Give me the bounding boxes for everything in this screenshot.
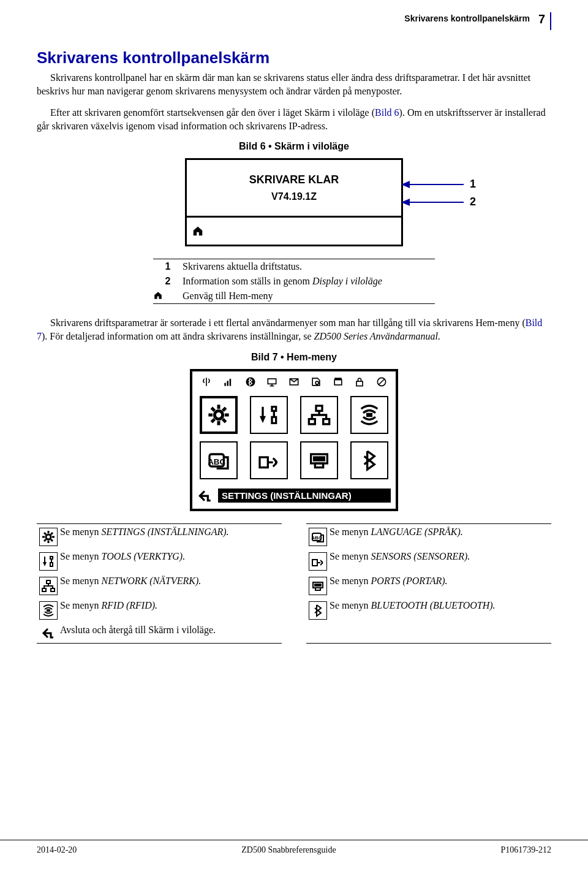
callout-arrow-2: 2 <box>401 196 476 208</box>
ports-icon <box>306 576 330 595</box>
footer-docid: P1061739-212 <box>501 845 551 855</box>
network-icon <box>37 576 60 595</box>
figure-6-legend: 1 Skrivarens aktuella driftstatus. 2 Inf… <box>153 259 435 304</box>
page-footer: 2014-02-20 ZD500 Snabbreferensguide P106… <box>0 840 588 855</box>
lcd-home-menu: SETTINGS (INSTÄLLNINGAR) <box>190 369 398 511</box>
home-menu-selection-label: SETTINGS (INSTÄLLNINGAR) <box>218 489 391 503</box>
paragraph-3: Skrivarens driftsparametrar är sorterade… <box>37 316 551 343</box>
menu-ports-icon[interactable] <box>300 441 338 479</box>
footer-date: 2014-02-20 <box>37 845 77 855</box>
figure-7: SETTINGS (INSTÄLLNINGAR) <box>37 369 551 511</box>
legend-val-2: Information som ställs in genom Display … <box>183 276 435 287</box>
prohibited-icon <box>375 375 388 389</box>
lcd-version-line: V74.19.1Z <box>271 191 317 202</box>
menu-settings-icon[interactable] <box>200 396 238 434</box>
back-icon[interactable] <box>197 488 213 504</box>
legend-key-2: 2 <box>153 276 183 287</box>
status-icon-row <box>197 375 391 391</box>
tag-icon <box>331 375 345 389</box>
data-receive-icon <box>287 375 301 389</box>
menu-bluetooth-icon[interactable] <box>350 441 388 479</box>
bluetooth-status-icon <box>244 375 257 389</box>
back-icon <box>37 625 60 641</box>
menu-column-right: Se menyn LANGUAGE (SPRÅK). Se menyn SENS… <box>306 523 551 644</box>
settings-icon <box>37 527 60 546</box>
bluetooth-icon <box>306 600 330 620</box>
link-bild-6[interactable]: Bild 6 <box>375 107 399 118</box>
callout-number-2: 2 <box>470 196 476 208</box>
rfid-icon <box>37 600 60 620</box>
tools-icon <box>37 551 60 571</box>
figure-7-caption: Bild 7 • Hem-meny <box>37 352 551 363</box>
home-menu-grid <box>197 391 391 484</box>
legend-val-home: Genväg till Hem-meny <box>183 291 435 302</box>
menu-network-icon[interactable] <box>300 396 338 434</box>
legend-key-1: 1 <box>153 261 183 272</box>
footer-title: ZD500 Snabbreferensguide <box>241 845 336 855</box>
intro-paragraph-1: Skrivarens kontrollpanel har en skärm dä… <box>37 71 551 97</box>
home-icon <box>153 291 163 300</box>
page-number: 7 <box>538 12 545 26</box>
legend-key-home <box>153 291 183 302</box>
figure-6-caption: Bild 6 • Skärm i viloläge <box>37 141 551 152</box>
signal-bars-icon <box>222 375 235 389</box>
intro-paragraph-2: Efter att skrivaren genomfört startsekve… <box>37 106 551 132</box>
lcd-status-line: SKRIVARE KLAR <box>249 173 339 186</box>
callout-number-1: 1 <box>470 178 476 191</box>
menu-column-left: Se menyn SETTINGS (INSTÄLLNINGAR). Se me… <box>37 523 282 644</box>
legend-val-1: Skrivarens aktuella driftstatus. <box>183 261 435 272</box>
antenna-icon <box>200 375 213 389</box>
section-title: Skrivarens kontrollpanelskärm <box>37 48 551 67</box>
home-icon <box>192 225 204 237</box>
menu-sensors-icon[interactable] <box>250 441 288 479</box>
running-header: Skrivarens kontrollpanelskärm 7 <box>37 12 551 30</box>
menu-tools-icon[interactable] <box>250 396 288 434</box>
lock-icon <box>353 375 366 389</box>
figure-6: SKRIVARE KLAR V74.19.1Z 1 2 <box>37 158 551 246</box>
ethernet-status-icon <box>265 375 279 389</box>
menu-language-icon[interactable] <box>200 441 238 479</box>
menu-rfid-icon[interactable] <box>350 396 388 434</box>
menu-reference-columns: Se menyn SETTINGS (INSTÄLLNINGAR). Se me… <box>37 523 551 644</box>
log-icon <box>309 375 323 389</box>
language-icon <box>306 527 330 546</box>
sensors-icon <box>306 551 330 571</box>
running-title: Skrivarens kontrollpanelskärm <box>404 13 530 23</box>
callout-arrow-1: 1 <box>401 178 476 191</box>
lcd-idle-screen: SKRIVARE KLAR V74.19.1Z 1 2 <box>185 158 403 246</box>
